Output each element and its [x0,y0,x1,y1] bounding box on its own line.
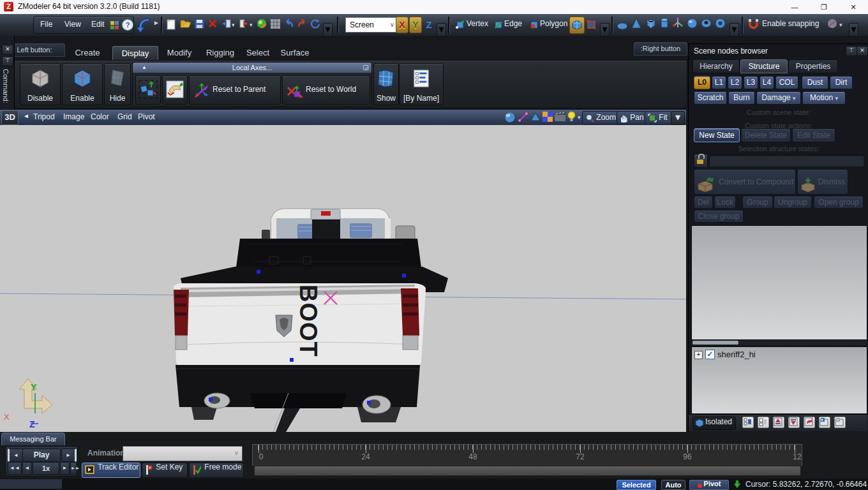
polygon-mode-label[interactable]: Polygon [540,19,567,28]
free-mode-button[interactable]: Free mode [189,463,244,478]
save-file-icon[interactable] [195,19,204,31]
edge-mode-icon[interactable] [493,19,503,32]
go-to-end-button[interactable]: ► [61,449,77,462]
primitives-overflow-icon[interactable]: ▾ [730,23,739,37]
rewind-button[interactable]: ◄◄ [8,462,22,475]
flat-view-icon[interactable] [530,112,541,125]
viewport-menu-tripod[interactable]: Tripod [33,112,55,121]
texture-browser-icon[interactable] [271,19,280,31]
menu-file[interactable]: File [40,20,52,29]
magnet-icon[interactable] [748,19,759,32]
import-icon[interactable] [239,19,249,31]
motion-dropdown-icon[interactable]: ▾ [835,95,838,101]
vertex-mode-label[interactable]: Vertex [467,19,488,28]
render-view-icon[interactable] [555,112,565,124]
timeline-scrollbar[interactable] [254,466,801,476]
screen-select[interactable]: Screen ∨ [345,17,398,33]
view-options-dropdown-icon[interactable]: ▾ [578,114,581,121]
isolated-button[interactable]: Isolated [692,417,736,430]
layer-col-button[interactable]: COL [775,76,798,89]
group-button[interactable]: Group [742,196,773,209]
axes-pick-button[interactable] [162,75,188,105]
redo-icon[interactable] [297,19,308,31]
state-burn-button[interactable]: Burn [728,91,755,105]
layer-l2-button[interactable]: L2 [728,76,742,89]
reset-to-world-button[interactable]: Reset to World [282,75,370,105]
auto-toggle[interactable]: Auto [661,480,685,490]
tab-modify[interactable]: Modify [160,46,199,60]
command-close-icon[interactable]: ✕ [2,45,13,55]
torus-primitive-icon[interactable] [701,19,712,31]
wireframe-view-icon[interactable] [518,112,528,125]
tab-hierarchy[interactable]: Hierarchy [692,59,740,73]
object-mode-button[interactable] [569,17,585,34]
set-key-button[interactable]: Set Key [142,463,188,478]
state-damage-button[interactable]: Damage ▾ [756,91,801,105]
tree-item-checkbox[interactable]: ✓ [705,350,715,359]
expand-panel-icon[interactable]: ◲ [363,63,369,73]
export-dropdown-icon[interactable]: ▾ [232,22,235,28]
local-axes-header[interactable]: ▲ Local Axes... ◲ [133,63,371,73]
open-file-icon[interactable] [180,19,191,31]
fast-forward-button[interactable]: ►► [70,462,77,475]
delete-state-button[interactable]: Delete State [741,128,791,142]
bone-primitive-icon[interactable] [673,17,683,32]
tab-surface[interactable]: Surface [277,46,313,60]
viewport-menu-image[interactable]: Image [63,112,84,121]
ungroup-button[interactable]: Ungroup [774,196,812,209]
close-file-icon[interactable] [208,19,217,31]
messaging-bar-tab[interactable]: Messaging Bar [1,433,65,445]
tab-structure[interactable]: Structure [740,59,788,73]
tree-expand-icon[interactable]: + [694,351,703,359]
state-motion-button[interactable]: Motion ▾ [802,91,846,105]
mode-overflow-icon[interactable]: ▾ [600,23,610,37]
go-to-start-button[interactable]: ◄ [8,449,23,462]
layer-l1-button[interactable]: L1 [712,76,726,89]
add-node-icon[interactable] [819,417,830,428]
redo-history-button[interactable]: ► [153,19,160,26]
close-button[interactable]: ✕ [839,0,868,14]
axis-y-button[interactable]: Y [409,17,422,33]
lights-icon[interactable] [567,111,576,125]
profile-settings-icon[interactable] [110,20,119,32]
tab-select[interactable]: Select [241,46,274,60]
snap-dropdown-icon[interactable]: ▾ [839,22,842,28]
hide-button[interactable]: Hide [104,63,131,105]
pivot-toggle[interactable]: Pivot [689,480,729,490]
layer-dirt-button[interactable]: Dirt [830,76,853,89]
shaded-view-icon[interactable] [504,112,516,125]
viewport-menu-pivot[interactable]: Pivot [138,112,155,121]
speed-button[interactable]: 1x [33,462,59,475]
move-up-icon[interactable] [773,417,784,428]
tab-rigging[interactable]: Rigging [202,46,239,60]
timeline-ruler[interactable]: 0 24 48 72 96 12 [252,444,802,466]
vertex-mode-icon[interactable] [454,19,465,32]
by-name-button[interactable]: [By Name] [399,63,444,105]
collapse-icon[interactable]: ▲ [142,63,147,73]
check-all-icon[interactable] [742,417,754,428]
truck-model[interactable]: BOOT [174,209,448,432]
track-editor-button[interactable]: Track Editor [82,463,140,478]
material-editor-icon[interactable] [257,19,267,32]
enable-button[interactable]: Enable [62,63,103,105]
fit-tool-button[interactable]: Fit [645,111,672,124]
menu-edit[interactable]: Edit [91,20,105,29]
layer-dust-button[interactable]: Dust [802,76,828,89]
viewport-canvas[interactable]: BOOT [0,125,686,432]
tab-create[interactable]: Create [65,46,110,60]
layer-l3-button[interactable]: L3 [744,76,758,89]
disable-button[interactable]: Disable [20,63,61,105]
undo-icon[interactable] [283,19,294,31]
enable-snapping-label[interactable]: Enable snapping [762,19,819,28]
dismiss-button[interactable]: Dismiss [797,169,848,195]
undo-history-button[interactable] [135,16,154,36]
selected-toggle[interactable]: Selected [617,480,656,490]
layer-l0-button[interactable]: L0 [694,76,710,89]
del-button[interactable]: Del [694,196,713,209]
convert-to-compound-button[interactable]: Convert to Compound [694,169,796,195]
export-icon[interactable] [221,19,231,31]
cylinder-primitive-icon[interactable] [660,18,669,32]
structure-states-strip[interactable] [709,154,865,167]
new-file-icon[interactable] [166,19,176,33]
move-down-icon[interactable] [788,417,800,428]
